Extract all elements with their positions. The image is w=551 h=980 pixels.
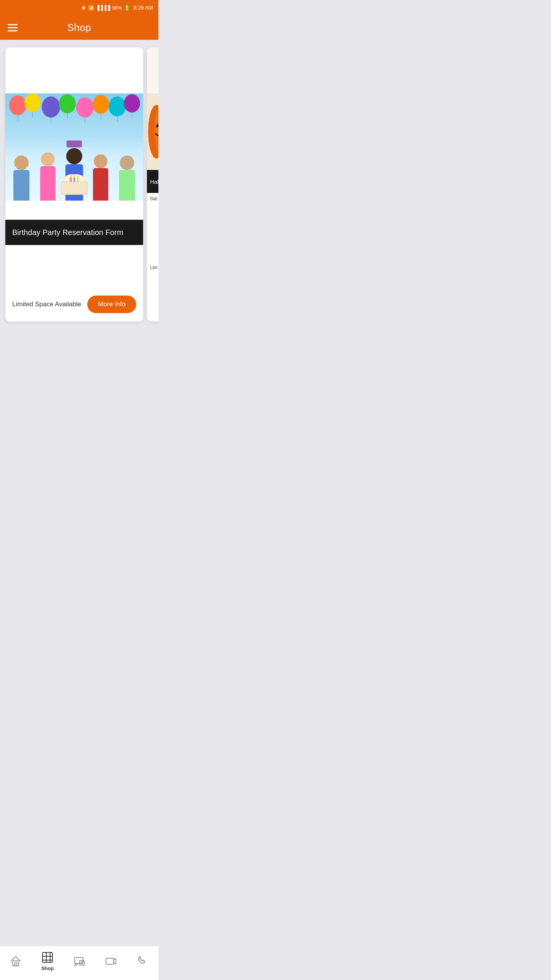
person-5 bbox=[114, 155, 139, 201]
p4-body bbox=[93, 168, 108, 201]
main-content: Birthday Party Reservation Form Limited … bbox=[0, 40, 158, 364]
cake-candles bbox=[70, 177, 78, 182]
balloon-cyan bbox=[109, 96, 126, 116]
p5-body bbox=[119, 170, 135, 201]
add-circle-icon: ⊕ bbox=[82, 5, 86, 11]
page-title: Shop bbox=[67, 22, 91, 34]
hamburger-line-3 bbox=[8, 30, 18, 31]
halloween-limited-text: Lim bbox=[150, 265, 158, 270]
birthday-card: Birthday Party Reservation Form Limited … bbox=[5, 47, 143, 322]
party-image bbox=[5, 93, 143, 201]
party-crown bbox=[67, 140, 82, 147]
hamburger-line-2 bbox=[8, 27, 18, 28]
wifi-icon: 📶 bbox=[88, 5, 94, 11]
battery-icon: 🔋 bbox=[124, 5, 130, 11]
card-middle-spacer bbox=[5, 201, 143, 220]
time-display: 8:39 AM bbox=[134, 5, 153, 11]
cake-base bbox=[61, 181, 88, 195]
hamburger-line-1 bbox=[8, 24, 18, 25]
balloon-purple bbox=[42, 96, 60, 118]
p4-head bbox=[94, 154, 108, 168]
balloon-red bbox=[9, 95, 26, 115]
person-4 bbox=[88, 154, 113, 201]
candle-3 bbox=[77, 177, 78, 182]
person-2 bbox=[36, 152, 60, 201]
halloween-card: Hal Sat Lim bbox=[147, 47, 158, 322]
halloween-title-text: Hal bbox=[150, 178, 158, 185]
balloon-orange bbox=[93, 95, 109, 114]
candle-2 bbox=[73, 177, 75, 182]
status-bar: ⊕ 📶 ▐▐▐▐ 96% 🔋 8:39 AM bbox=[0, 0, 158, 15]
p5-head bbox=[120, 155, 134, 170]
halloween-image-top bbox=[147, 47, 158, 93]
card-title: Birthday Party Reservation Form bbox=[12, 228, 123, 237]
halloween-pumpkin-area bbox=[147, 93, 158, 170]
p2-body bbox=[40, 166, 55, 201]
balloon-yellow bbox=[24, 93, 41, 112]
card-image-top-space bbox=[5, 47, 143, 93]
pumpkin-svg bbox=[147, 93, 158, 170]
spiderweb-svg bbox=[147, 47, 158, 93]
battery-percent: 96% bbox=[112, 5, 122, 11]
app-header: Shop bbox=[0, 15, 158, 40]
halloween-title-bar: Hal bbox=[147, 170, 158, 193]
menu-button[interactable] bbox=[8, 24, 18, 31]
p3-head bbox=[66, 148, 82, 164]
candle-1 bbox=[70, 177, 72, 182]
birthday-cake bbox=[61, 174, 88, 195]
p1-head bbox=[14, 155, 29, 170]
p2-head bbox=[41, 152, 55, 166]
balloon-pink bbox=[76, 97, 94, 118]
card-footer: Limited Space Available More Info bbox=[12, 296, 136, 313]
halloween-date-text: Sat bbox=[150, 196, 157, 201]
signal-icon: ▐▐▐▐ bbox=[96, 5, 110, 11]
card-title-bar: Birthday Party Reservation Form bbox=[5, 220, 143, 245]
halloween-card-body: Lim bbox=[147, 204, 158, 273]
halloween-date: Sat bbox=[147, 193, 158, 204]
balloon-violet bbox=[124, 94, 140, 113]
status-icons: ⊕ 📶 ▐▐▐▐ 96% 🔋 8:39 AM bbox=[82, 5, 153, 11]
card-body: Limited Space Available More Info bbox=[5, 245, 143, 322]
person-1 bbox=[9, 155, 34, 201]
balloon-green bbox=[59, 94, 76, 113]
p1-body bbox=[13, 170, 29, 201]
limited-space-text: Limited Space Available bbox=[12, 301, 81, 308]
party-scene bbox=[5, 93, 143, 201]
more-info-button[interactable]: More Info bbox=[87, 296, 136, 313]
